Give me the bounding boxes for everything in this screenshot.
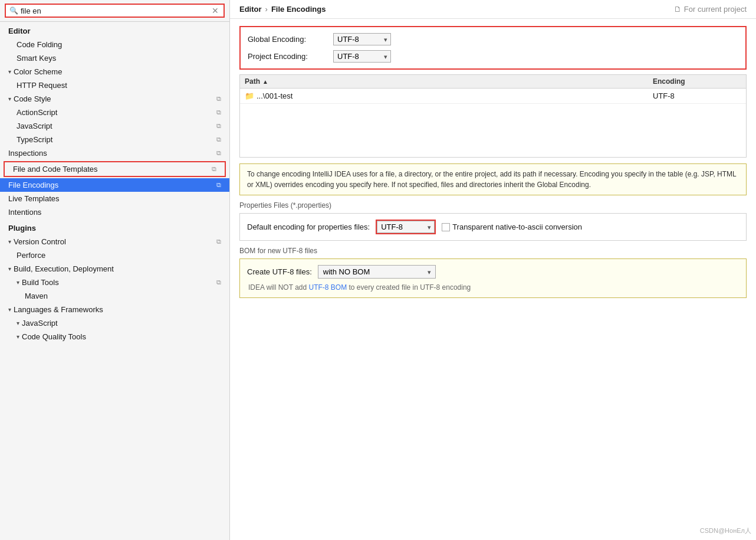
plugins-section-header: Plugins [0, 219, 229, 235]
sidebar-item-typescript[interactable]: TypeScript ⧉ [0, 133, 229, 146]
sidebar-item-label: Code Style [14, 94, 51, 103]
sidebar-item-label: ActionScript [17, 108, 57, 117]
bom-select[interactable]: with NO BOM with BOM [318, 265, 436, 279]
sidebar-item-maven[interactable]: Maven [0, 289, 229, 303]
sidebar-item-label: File Encodings [8, 181, 58, 189]
sidebar-item-label: Build, Execution, Deployment [14, 264, 114, 273]
project-icon: 🗋 [674, 5, 682, 14]
sidebar-item-http-request[interactable]: HTTP Request [0, 78, 229, 92]
path-value: ...\001-test [257, 91, 292, 100]
default-encoding-label: Default encoding for properties files: [247, 222, 370, 231]
table-empty-area [240, 104, 746, 157]
sidebar-item-inspections[interactable]: Inspections ⧉ [0, 146, 229, 160]
sidebar-item-label: File and Code Templates [13, 165, 98, 174]
sidebar-item-label: Maven [25, 292, 48, 300]
breadcrumb-separator: › [265, 5, 268, 14]
content-body: Global Encoding: UTF-8 ISO-8859-1 UTF-16… [230, 19, 756, 540]
sidebar-item-languages[interactable]: ▾ Languages & Frameworks [0, 303, 229, 316]
folder-icon: 📁 [245, 91, 254, 100]
transparent-checkbox[interactable] [442, 223, 450, 231]
bom-select-wrap: with NO BOM with BOM [318, 265, 436, 279]
default-encoding-select-wrap: UTF-8 ISO-8859-1 [376, 220, 436, 234]
sidebar-item-code-folding[interactable]: Code Folding [0, 38, 229, 51]
copy-icon: ⧉ [216, 122, 221, 130]
create-utf8-label: Create UTF-8 files: [247, 267, 312, 276]
encoding-cell: UTF-8 [653, 91, 741, 100]
breadcrumb-project: 🗋 For current project [674, 5, 747, 14]
copy-icon: ⧉ [216, 181, 221, 189]
sidebar-item-perforce[interactable]: Perforce [0, 248, 229, 262]
properties-box: Default encoding for properties files: U… [239, 213, 747, 241]
breadcrumb: Editor › File Encodings 🗋 For current pr… [230, 0, 756, 19]
sidebar-item-file-code-templates[interactable]: File and Code Templates ⧉ [5, 162, 225, 176]
sidebar-item-javascript-lf[interactable]: ▾ JavaScript [0, 316, 229, 330]
sidebar-item-label: Intentions [8, 208, 41, 217]
chevron-down-icon: ▾ [8, 266, 11, 272]
properties-row: Default encoding for properties files: U… [247, 220, 739, 234]
breadcrumb-parent: Editor [239, 5, 262, 14]
sidebar-item-label: Smart Keys [17, 54, 56, 63]
bom-box: Create UTF-8 files: with NO BOM with BOM… [239, 258, 747, 298]
sidebar-item-javascript[interactable]: JavaScript ⧉ [0, 119, 229, 133]
watermark: CSDN@HoнЕл人 [700, 526, 751, 535]
sidebar-item-live-templates[interactable]: Live Templates [0, 192, 229, 205]
project-encoding-row: Project Encoding: UTF-8 ISO-8859-1 UTF-1… [248, 50, 738, 63]
sidebar-item-version-control[interactable]: ▾ Version Control ⧉ [0, 235, 229, 248]
copy-icon: ⧉ [216, 136, 221, 143]
bom-section: BOM for new UTF-8 files Create UTF-8 fil… [239, 247, 747, 298]
sidebar-tree: Editor Code Folding Smart Keys ▾ Color S… [0, 22, 229, 540]
sidebar-item-code-style[interactable]: ▾ Code Style ⧉ [0, 92, 229, 106]
content-panel: Editor › File Encodings 🗋 For current pr… [230, 0, 756, 540]
search-input[interactable] [21, 6, 211, 15]
sidebar-item-label: JavaScript [17, 122, 52, 130]
sidebar-item-label: Code Quality Tools [22, 332, 86, 341]
sidebar-item-label: Color Scheme [14, 67, 62, 76]
sidebar-item-code-quality[interactable]: ▾ Code Quality Tools [0, 330, 229, 343]
chevron-down-icon: ▾ [17, 279, 19, 286]
project-encoding-select-wrap: UTF-8 ISO-8859-1 UTF-16 [333, 50, 391, 63]
copy-icon: ⧉ [216, 109, 221, 116]
search-input-wrap: 🔍 ✕ [5, 4, 225, 18]
path-col-label: Path [245, 77, 260, 86]
chevron-down-icon: ▾ [8, 306, 11, 313]
sidebar-item-label: Build Tools [22, 278, 59, 287]
copy-icon: ⧉ [212, 165, 216, 173]
sidebar-item-label: HTTP Request [17, 81, 67, 90]
sidebar-item-label: Live Templates [8, 194, 59, 203]
table-row[interactable]: 📁 ...\001-test UTF-8 [240, 89, 746, 104]
search-clear-button[interactable]: ✕ [211, 6, 220, 15]
search-bar: 🔍 ✕ [0, 0, 229, 22]
sidebar-item-intentions[interactable]: Intentions [0, 205, 229, 219]
enc-col-header: Encoding [653, 77, 741, 86]
project-encoding-label: Project Encoding: [248, 52, 333, 61]
sidebar-item-color-scheme[interactable]: ▾ Color Scheme [0, 65, 229, 78]
chevron-down-icon: ▾ [17, 320, 19, 326]
breadcrumb-project-text: For current project [684, 5, 747, 14]
chevron-down-icon: ▾ [8, 238, 11, 245]
properties-section-title: Properties Files (*.properties) [239, 201, 747, 210]
global-encoding-select-wrap: UTF-8 ISO-8859-1 UTF-16 [333, 33, 391, 45]
sidebar-item-smart-keys[interactable]: Smart Keys [0, 51, 229, 65]
copy-icon: ⧉ [216, 279, 221, 286]
path-table-header: Path ▲ Encoding [240, 75, 746, 89]
bom-note-link[interactable]: UTF-8 BOM [308, 283, 347, 292]
transparent-checkbox-wrap: Transparent native-to-ascii conversion [442, 222, 582, 231]
global-encoding-select[interactable]: UTF-8 ISO-8859-1 UTF-16 [333, 33, 391, 45]
bom-note-prefix: IDEA will NOT add [248, 283, 308, 292]
copy-icon: ⧉ [216, 238, 221, 246]
sidebar-item-actionscript[interactable]: ActionScript ⧉ [0, 106, 229, 119]
path-col-header: Path ▲ [245, 77, 653, 86]
chevron-down-icon: ▾ [17, 333, 19, 340]
breadcrumb-current: File Encodings [271, 5, 326, 14]
sidebar-item-build-execution[interactable]: ▾ Build, Execution, Deployment [0, 262, 229, 276]
sidebar-item-build-tools[interactable]: ▾ Build Tools ⧉ [0, 276, 229, 289]
path-table: Path ▲ Encoding 📁 ...\001-test UTF-8 [239, 74, 747, 158]
sidebar-item-label: Perforce [17, 251, 45, 260]
bom-note-suffix: to every created file in UTF-8 encoding [349, 283, 471, 292]
search-icon: 🔍 [9, 6, 18, 15]
default-encoding-select[interactable]: UTF-8 ISO-8859-1 [377, 221, 435, 233]
sidebar: 🔍 ✕ Editor Code Folding Smart Keys ▾ Col… [0, 0, 230, 540]
info-text: To change encoding IntelliJ IDEA uses fo… [247, 170, 736, 189]
sidebar-item-file-encodings[interactable]: File Encodings ⧉ [0, 178, 229, 192]
project-encoding-select[interactable]: UTF-8 ISO-8859-1 UTF-16 [333, 50, 391, 63]
